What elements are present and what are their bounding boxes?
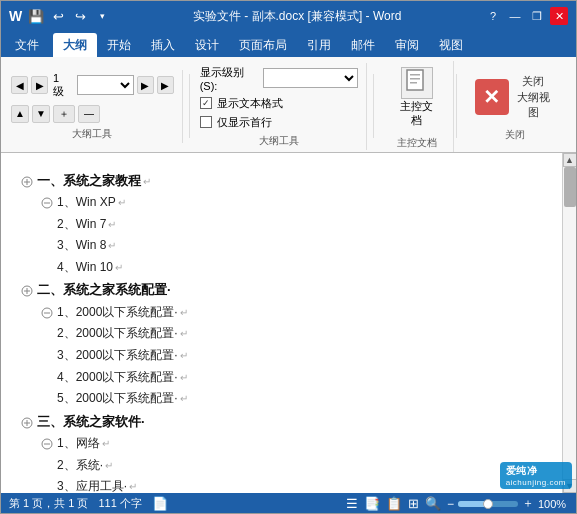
outline-suffix: ↵ xyxy=(102,435,110,453)
scroll-thumb[interactable] xyxy=(564,167,576,207)
outline-item-4: 4、Win 10↵ xyxy=(21,257,556,279)
doc-scroll-area[interactable]: 一、系统之家教程↵1、Win XP↵ 2、Win 7↵ 3、Win 8↵ 4、W… xyxy=(1,153,576,493)
show-level-group: 显示级别(S): 1级 2级 所有级别 显示文本格式 仅显示首行 大纲工具 xyxy=(196,63,367,150)
expand-icon[interactable] xyxy=(21,413,37,433)
show-level-label: 显示级别(S): xyxy=(200,65,259,92)
status-left: 第 1 页，共 1 页 111 个字 📄 xyxy=(9,496,168,511)
show-level-select[interactable]: 1级 2级 所有级别 xyxy=(263,68,358,88)
restore-button[interactable]: ❒ xyxy=(528,7,546,25)
expand-all-button[interactable]: ＋ xyxy=(53,105,75,123)
doc-icon-1[interactable]: 📄 xyxy=(152,496,168,511)
outline-item-14: 3、应用工具·↵ xyxy=(21,476,556,492)
title-bar-title: 实验文件 - 副本.docx [兼容模式] - Word xyxy=(110,8,484,25)
quick-undo-icon[interactable]: ↩ xyxy=(50,8,66,24)
word-logo-icon: W xyxy=(9,8,22,24)
expand-right-button[interactable]: ▶ xyxy=(157,76,174,94)
outline-suffix: ↵ xyxy=(108,237,116,255)
scroll-track[interactable] xyxy=(563,167,576,479)
zoom-bar: − ＋ 100% xyxy=(447,495,568,512)
outline-item-11: 三、系统之家软件· xyxy=(21,410,556,433)
collapse-all-button[interactable]: ― xyxy=(78,105,100,123)
close-group-label: 关闭 xyxy=(505,128,525,142)
demote-heading-button[interactable]: ▶ xyxy=(31,76,48,94)
outline-text: 1、Win XP xyxy=(57,192,116,214)
view-icon-1[interactable]: ☰ xyxy=(346,496,358,511)
outline-item-9: 4、2000以下系统配置·↵ xyxy=(21,367,556,389)
collapse-icon[interactable] xyxy=(41,303,57,323)
page-info: 第 1 页，共 1 页 xyxy=(9,496,88,511)
zoom-icon[interactable]: 🔍 xyxy=(425,496,441,511)
outline-text: 三、系统之家软件· xyxy=(37,410,145,433)
quick-save-icon[interactable]: 💾 xyxy=(28,8,44,24)
outline-text: 1、网络 xyxy=(57,433,100,455)
tab-outline[interactable]: 大纲 xyxy=(53,33,97,57)
minimize-button[interactable]: — xyxy=(506,7,524,25)
outline-text: 2、Win 7 xyxy=(57,214,106,236)
close-outline-button[interactable]: ✕ 关闭 大纲视图 xyxy=(467,70,562,124)
close-button[interactable]: ✕ xyxy=(550,7,568,25)
outline-suffix: ↵ xyxy=(118,194,126,212)
move-up-button[interactable]: ▲ xyxy=(11,105,29,123)
outline-suffix: ↵ xyxy=(180,369,188,387)
tab-view[interactable]: 视图 xyxy=(429,33,473,57)
outline-suffix: ↵ xyxy=(105,457,113,475)
outline-text: 3、应用工具· xyxy=(57,476,127,492)
tab-references[interactable]: 引用 xyxy=(297,33,341,57)
collapse-icon[interactable] xyxy=(41,193,57,213)
expand-button[interactable]: ▶ xyxy=(137,76,154,94)
tab-layout[interactable]: 页面布局 xyxy=(229,33,297,57)
outline-suffix: ↵ xyxy=(108,216,116,234)
show-text-format-checkbox[interactable] xyxy=(200,97,212,109)
outline-text: 1、2000以下系统配置· xyxy=(57,302,178,324)
outline-item-1: 1、Win XP↵ xyxy=(21,192,556,214)
title-bar-left: W 💾 ↩ ↪ ▾ xyxy=(9,8,110,24)
close-outline-icon: ✕ xyxy=(475,79,509,115)
close-outline-label-line2: 大纲视图 xyxy=(513,90,554,121)
only-first-line-checkbox[interactable] xyxy=(200,116,212,128)
svg-rect-3 xyxy=(410,82,417,84)
close-group: ✕ 关闭 大纲视图 关闭 xyxy=(459,68,570,144)
tab-design[interactable]: 设计 xyxy=(185,33,229,57)
tab-home[interactable]: 开始 xyxy=(97,33,141,57)
help-button[interactable]: ? xyxy=(484,7,502,25)
tab-mailings[interactable]: 邮件 xyxy=(341,33,385,57)
outline-suffix: ↵ xyxy=(180,304,188,322)
expand-icon[interactable] xyxy=(21,281,37,301)
zoom-minus[interactable]: − xyxy=(447,497,454,511)
outline-suffix: ↵ xyxy=(115,259,123,277)
collapse-icon[interactable] xyxy=(41,434,57,454)
outline-item-10: 5、2000以下系统配置·↵ xyxy=(21,388,556,410)
svg-rect-1 xyxy=(410,74,420,76)
outline-text: 3、Win 8 xyxy=(57,235,106,257)
master-doc-icon xyxy=(401,67,433,99)
level-select[interactable]: 1 级 2 级 3 级 xyxy=(77,75,134,95)
watermark: 爱纯净 aichunjing.com xyxy=(500,462,572,489)
quick-access-dropdown[interactable]: ▾ xyxy=(94,8,110,24)
doc-page: 一、系统之家教程↵1、Win XP↵ 2、Win 7↵ 3、Win 8↵ 4、W… xyxy=(1,153,576,493)
status-bar: 第 1 页，共 1 页 111 个字 📄 ☰ 📑 📋 ⊞ 🔍 − ＋ 100% xyxy=(1,493,576,514)
vertical-scrollbar[interactable]: ▲ ▼ xyxy=(562,153,576,493)
quick-redo-icon[interactable]: ↪ xyxy=(72,8,88,24)
zoom-slider[interactable] xyxy=(458,501,518,507)
view-icon-4[interactable]: ⊞ xyxy=(408,496,419,511)
view-icon-2[interactable]: 📑 xyxy=(364,496,380,511)
outline-text: 4、Win 10 xyxy=(57,257,113,279)
master-doc-button[interactable]: 主控文档 xyxy=(388,63,445,132)
zoom-plus[interactable]: ＋ xyxy=(522,495,534,512)
tab-file[interactable]: 文件 xyxy=(5,33,49,57)
move-down-button[interactable]: ▼ xyxy=(32,105,50,123)
tab-review[interactable]: 审阅 xyxy=(385,33,429,57)
show-level-row: 显示级别(S): 1级 2级 所有级别 xyxy=(200,65,358,92)
show-text-format-row: 显示文本格式 xyxy=(200,96,358,111)
scroll-up-arrow[interactable]: ▲ xyxy=(563,153,577,167)
promote-heading-button[interactable]: ◀ xyxy=(11,76,28,94)
expand-icon[interactable] xyxy=(21,172,37,192)
zoom-handle[interactable] xyxy=(483,499,493,509)
svg-rect-2 xyxy=(410,78,420,80)
tab-insert[interactable]: 插入 xyxy=(141,33,185,57)
view-icon-3[interactable]: 📋 xyxy=(386,496,402,511)
outline-suffix: ↵ xyxy=(180,347,188,365)
level-1-label: 1 级 xyxy=(51,72,74,99)
outline-text: 一、系统之家教程 xyxy=(37,169,141,192)
svg-rect-0 xyxy=(407,70,423,90)
